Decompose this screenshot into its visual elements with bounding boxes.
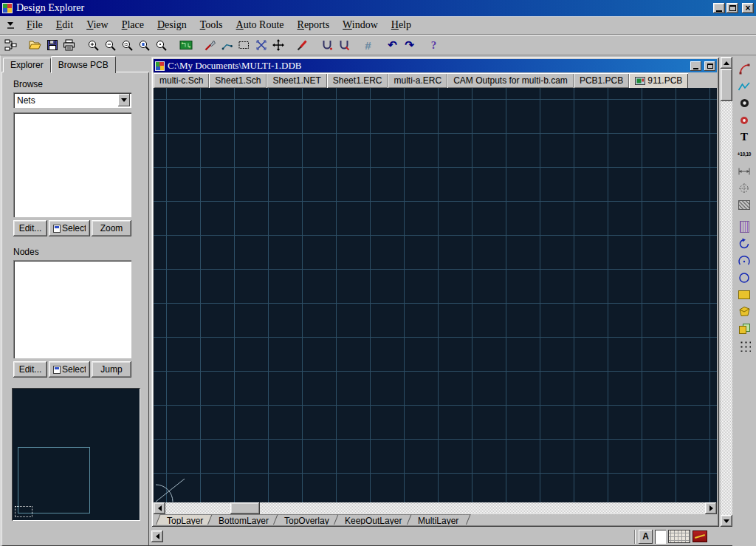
document-titlebar[interactable]: C:\My Documents\MULTI-1.DDB xyxy=(154,59,717,72)
doc-tab-multi-c-sch[interactable]: multi-c.Sch xyxy=(154,73,209,88)
grid-toggle-icon[interactable]: # xyxy=(360,37,377,53)
help-icon[interactable]: ? xyxy=(425,37,442,53)
zoom-area-icon[interactable] xyxy=(119,37,136,53)
nodes-jump-button[interactable]: Jump xyxy=(92,361,131,378)
arc-any-icon[interactable] xyxy=(735,253,753,268)
layer-tab-multilayer[interactable]: MultiLayer xyxy=(405,514,471,525)
room-icon[interactable] xyxy=(735,219,753,234)
vscroll-track[interactable] xyxy=(721,69,732,515)
doc-restore-button[interactable] xyxy=(704,61,715,71)
doc-tab-multi-a-erc[interactable]: multi-a.ERC xyxy=(388,73,447,88)
layer-color-box[interactable] xyxy=(655,530,666,544)
hscroll-track[interactable] xyxy=(165,502,705,514)
redo-icon[interactable]: ↷ xyxy=(401,37,418,53)
menu-view[interactable]: View xyxy=(80,18,115,33)
explorer-toggle-icon[interactable] xyxy=(2,37,19,53)
canvas-hscrollbar[interactable] xyxy=(154,502,717,514)
dropdown-arrow-button[interactable] xyxy=(118,94,130,106)
nets-listbox[interactable] xyxy=(13,112,131,217)
doc-tab-sheet1-erc[interactable]: Sheet1.ERC xyxy=(327,73,388,88)
app-icon[interactable] xyxy=(2,3,13,13)
pcb-board-icon[interactable] xyxy=(177,37,194,53)
close-button[interactable]: × xyxy=(742,3,754,13)
origin-icon[interactable] xyxy=(735,180,753,196)
menu-edit[interactable]: Edit xyxy=(49,18,80,33)
fill-icon[interactable] xyxy=(735,287,753,302)
menu-design[interactable]: Design xyxy=(151,18,193,33)
polygon-icon[interactable] xyxy=(735,304,753,319)
pcb-canvas[interactable] xyxy=(154,88,717,502)
layer-tab-bottomlayer[interactable]: BottomLayer xyxy=(207,514,281,525)
menu-reports[interactable]: Reports xyxy=(291,18,337,33)
nets-select-button[interactable]: Select xyxy=(49,220,90,236)
menu-file[interactable]: File xyxy=(20,18,49,33)
print-icon[interactable] xyxy=(61,37,78,53)
menu-help[interactable]: Help xyxy=(385,18,418,33)
menu-window[interactable]: Window xyxy=(336,18,385,33)
wire-icon[interactable] xyxy=(219,37,236,53)
arc-edge-icon[interactable] xyxy=(735,61,753,77)
via-icon[interactable] xyxy=(735,112,753,128)
board-minimap[interactable] xyxy=(12,388,140,521)
font-toggle-button[interactable]: A xyxy=(639,530,653,544)
menu-grip-icon[interactable] xyxy=(3,19,18,33)
circle-icon[interactable] xyxy=(735,270,753,285)
probe-b-icon[interactable] xyxy=(335,37,352,53)
doc-minimize-button[interactable] xyxy=(690,61,701,71)
hscroll-right-button[interactable] xyxy=(705,502,717,514)
move-cross-icon[interactable] xyxy=(269,37,286,53)
hscroll-left-button[interactable] xyxy=(154,502,165,514)
zoom-document-icon[interactable] xyxy=(136,37,153,53)
log-book-icon[interactable] xyxy=(693,530,707,542)
nodes-listbox[interactable] xyxy=(13,260,131,358)
vscroll-thumb[interactable] xyxy=(721,69,732,101)
brush-icon[interactable] xyxy=(294,37,311,53)
tab-explorer[interactable]: Explorer xyxy=(3,58,51,72)
arc-center-icon[interactable] xyxy=(735,236,753,251)
layer-tab-toplayer[interactable]: TopLayer xyxy=(154,514,216,525)
coordinate-icon[interactable]: +10,10 xyxy=(735,146,753,162)
nets-zoom-button[interactable]: Zoom xyxy=(92,220,131,236)
pad-icon[interactable] xyxy=(735,95,753,111)
tab-browse-pcb[interactable]: Browse PCB xyxy=(51,56,116,73)
workspace-hscroll-left-button[interactable] xyxy=(151,530,163,542)
doc-tab-cam-outputs[interactable]: CAM Outputs for multi-b.cam xyxy=(447,73,574,88)
string-icon[interactable]: T xyxy=(735,129,753,145)
browse-type-dropdown[interactable]: Nets xyxy=(13,92,131,108)
menu-place[interactable]: Place xyxy=(115,18,151,33)
probe-a-icon[interactable] xyxy=(318,37,335,53)
array-place-icon[interactable] xyxy=(735,338,753,353)
knife-icon[interactable] xyxy=(202,37,219,53)
hscroll-thumb[interactable] xyxy=(230,502,260,514)
layer-tab-keepoutlayer[interactable]: KeepOutLayer xyxy=(332,514,414,525)
vscroll-up-button[interactable] xyxy=(721,57,732,69)
layer-tab-topoverlay[interactable]: TopOverlay xyxy=(272,514,342,525)
workspace-vscrollbar[interactable] xyxy=(721,57,732,527)
undo-icon[interactable]: ↶ xyxy=(384,37,401,53)
vscroll-down-button[interactable] xyxy=(721,515,732,527)
route-icon[interactable] xyxy=(735,78,753,94)
save-icon[interactable] xyxy=(44,37,61,53)
deselect-icon[interactable] xyxy=(252,37,269,53)
doc-tab-sheet1-net[interactable]: Sheet1.NET xyxy=(267,73,326,88)
minimize-button[interactable] xyxy=(713,3,725,13)
menu-tools[interactable]: Tools xyxy=(193,18,230,33)
maximize-button[interactable] xyxy=(726,3,738,13)
select-area-icon[interactable] xyxy=(236,37,252,53)
doc-tab-911-pcb[interactable]: 911.PCB xyxy=(629,73,688,88)
dimension-icon[interactable] xyxy=(735,163,753,179)
nets-edit-button[interactable]: Edit... xyxy=(13,220,47,236)
zoom-out-icon[interactable] xyxy=(102,37,119,53)
minimap-viewport-rect[interactable] xyxy=(15,506,32,517)
nodes-select-button[interactable]: Select xyxy=(49,361,90,378)
paste-array-icon[interactable] xyxy=(735,321,753,336)
menu-auto-route[interactable]: Auto Route xyxy=(230,18,291,33)
doc-tab-sheet1-sch[interactable]: Sheet1.Sch xyxy=(209,73,267,88)
zoom-point-icon[interactable] xyxy=(153,37,170,53)
fill-hatch-icon[interactable] xyxy=(735,197,753,213)
doc-tab-pcb1-pcb[interactable]: PCB1.PCB xyxy=(574,73,629,88)
nodes-edit-button[interactable]: Edit... xyxy=(13,361,47,378)
open-icon[interactable] xyxy=(27,37,44,53)
zoom-in-icon[interactable] xyxy=(85,37,102,53)
app-titlebar[interactable]: Design Explorer × xyxy=(0,0,756,16)
